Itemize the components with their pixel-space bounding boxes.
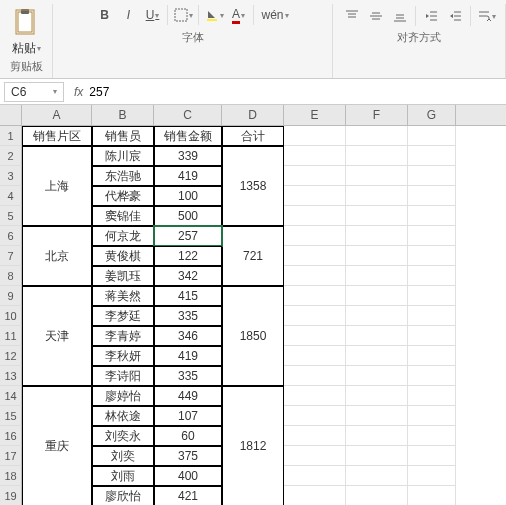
- phonetic-button[interactable]: wén▾: [258, 4, 291, 26]
- data-cell[interactable]: 李青婷: [92, 326, 154, 346]
- align-top-button[interactable]: [341, 5, 363, 27]
- data-cell[interactable]: 蒋美然: [92, 286, 154, 306]
- row-header[interactable]: 7: [0, 246, 22, 266]
- paste-dropdown-icon[interactable]: ▾: [37, 44, 41, 53]
- data-cell[interactable]: 东浩驰: [92, 166, 154, 186]
- data-cell[interactable]: 375: [154, 446, 222, 466]
- italic-button[interactable]: I: [117, 4, 139, 26]
- data-cell[interactable]: 335: [154, 366, 222, 386]
- data-cell[interactable]: 刘奕永: [92, 426, 154, 446]
- namebox-dropdown-icon[interactable]: ▾: [53, 87, 57, 96]
- data-cell[interactable]: 销售金额: [154, 126, 222, 146]
- data-cell[interactable]: 60: [154, 426, 222, 446]
- row-header[interactable]: 3: [0, 166, 22, 186]
- wrap-text-button[interactable]: ▾: [475, 5, 497, 27]
- row-header[interactable]: 4: [0, 186, 22, 206]
- data-cell[interactable]: 天津: [22, 286, 92, 386]
- data-cell[interactable]: 1812: [222, 386, 284, 505]
- data-cell[interactable]: 刘奕: [92, 446, 154, 466]
- name-box[interactable]: C6 ▾: [4, 82, 64, 102]
- font-group: B I U▾ ▾ ▾ A▾ wén▾ 字体: [53, 4, 333, 78]
- data-cell[interactable]: 北京: [22, 226, 92, 286]
- data-cell[interactable]: 合计: [222, 126, 284, 146]
- bold-button[interactable]: B: [93, 4, 115, 26]
- fill-color-button[interactable]: ▾: [203, 4, 225, 26]
- col-header[interactable]: B: [92, 105, 154, 125]
- decrease-indent-button[interactable]: [420, 5, 442, 27]
- select-all-corner[interactable]: [0, 105, 22, 125]
- data-cell[interactable]: 122: [154, 246, 222, 266]
- data-cell[interactable]: 代桦豪: [92, 186, 154, 206]
- align-bottom-button[interactable]: [389, 5, 411, 27]
- data-cell[interactable]: 721: [222, 226, 284, 286]
- formula-input[interactable]: [87, 83, 500, 101]
- data-cell[interactable]: 449: [154, 386, 222, 406]
- align-middle-button[interactable]: [365, 5, 387, 27]
- data-cell[interactable]: 421: [154, 486, 222, 505]
- data-cell[interactable]: 419: [154, 346, 222, 366]
- data-cell[interactable]: 李秋妍: [92, 346, 154, 366]
- data-cell[interactable]: 林依途: [92, 406, 154, 426]
- data-cell[interactable]: 销售员: [92, 126, 154, 146]
- row-header[interactable]: 19: [0, 486, 22, 505]
- col-header[interactable]: E: [284, 105, 346, 125]
- col-header[interactable]: G: [408, 105, 456, 125]
- border-button[interactable]: ▾: [172, 4, 194, 26]
- cell-grid[interactable]: 销售片区销售员销售金额合计上海1358陈川宸339东浩驰419代桦豪100窦锦佳…: [22, 126, 456, 505]
- data-cell[interactable]: 500: [154, 206, 222, 226]
- data-cell[interactable]: 刘雨: [92, 466, 154, 486]
- col-header[interactable]: C: [154, 105, 222, 125]
- paste-label: 粘贴: [12, 40, 36, 57]
- data-cell[interactable]: 415: [154, 286, 222, 306]
- data-cell[interactable]: 1850: [222, 286, 284, 386]
- col-header[interactable]: A: [22, 105, 92, 125]
- data-cell[interactable]: 廖欣怡: [92, 486, 154, 505]
- underline-button[interactable]: U▾: [141, 4, 163, 26]
- data-cell[interactable]: 400: [154, 466, 222, 486]
- data-cell[interactable]: 黄俊棋: [92, 246, 154, 266]
- fx-icon[interactable]: fx: [74, 85, 83, 99]
- row-header[interactable]: 2: [0, 146, 22, 166]
- data-cell[interactable]: 419: [154, 166, 222, 186]
- row-header[interactable]: 11: [0, 326, 22, 346]
- row-header[interactable]: 1: [0, 126, 22, 146]
- data-cell[interactable]: 335: [154, 306, 222, 326]
- data-cell[interactable]: 100: [154, 186, 222, 206]
- data-cell[interactable]: 107: [154, 406, 222, 426]
- data-cell[interactable]: 销售片区: [22, 126, 92, 146]
- font-color-button[interactable]: A▾: [227, 4, 249, 26]
- row-header[interactable]: 6: [0, 226, 22, 246]
- increase-indent-button[interactable]: [444, 5, 466, 27]
- row-header[interactable]: 17: [0, 446, 22, 466]
- data-cell[interactable]: 重庆: [22, 386, 92, 505]
- data-cell[interactable]: 257: [154, 226, 222, 246]
- row-header[interactable]: 15: [0, 406, 22, 426]
- row-header[interactable]: 16: [0, 426, 22, 446]
- data-cell[interactable]: 廖婷怡: [92, 386, 154, 406]
- data-cell[interactable]: 346: [154, 326, 222, 346]
- row-header[interactable]: 5: [0, 206, 22, 226]
- col-header[interactable]: D: [222, 105, 284, 125]
- data-cell[interactable]: 上海: [22, 146, 92, 226]
- row-header[interactable]: 8: [0, 266, 22, 286]
- data-cell[interactable]: 339: [154, 146, 222, 166]
- data-cell[interactable]: 342: [154, 266, 222, 286]
- row-header[interactable]: 18: [0, 466, 22, 486]
- row-header[interactable]: 12: [0, 346, 22, 366]
- paste-button[interactable]: [8, 4, 44, 40]
- data-cell[interactable]: 姜凯珏: [92, 266, 154, 286]
- svg-rect-3: [175, 9, 187, 21]
- svg-rect-4: [207, 19, 217, 21]
- data-cell[interactable]: 李诗阳: [92, 366, 154, 386]
- data-cell[interactable]: 1358: [222, 146, 284, 226]
- col-header[interactable]: F: [346, 105, 408, 125]
- row-header[interactable]: 14: [0, 386, 22, 406]
- data-cell[interactable]: 陈川宸: [92, 146, 154, 166]
- row-header[interactable]: 13: [0, 366, 22, 386]
- row-header[interactable]: 10: [0, 306, 22, 326]
- row-header[interactable]: 9: [0, 286, 22, 306]
- data-cell[interactable]: 窦锦佳: [92, 206, 154, 226]
- data-cell[interactable]: 李梦廷: [92, 306, 154, 326]
- data-cell[interactable]: 何京龙: [92, 226, 154, 246]
- font-label: 字体: [182, 28, 204, 49]
